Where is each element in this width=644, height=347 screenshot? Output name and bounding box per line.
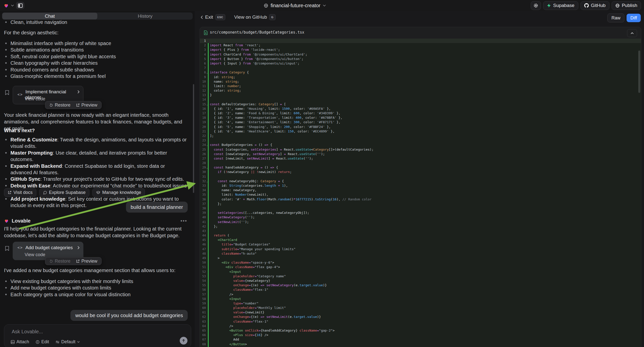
- visit-docs-button[interactable]: Visit docs: [4, 188, 36, 197]
- line-number: 63: [200, 319, 206, 324]
- github-button[interactable]: GitHub: [580, 1, 610, 10]
- line-number: 14: [200, 97, 206, 102]
- code-line: 1: [200, 38, 641, 43]
- prompt-input[interactable]: Ask Lovable... Attach Edit Default: [4, 324, 191, 347]
- list-item: Refine & Customize: Tweak the design, an…: [4, 136, 187, 150]
- line-number: 7: [200, 66, 206, 70]
- chat-history-tabs: Chat History: [2, 12, 193, 20]
- line-number: 27: [200, 156, 206, 161]
- line-number: 10: [200, 80, 206, 84]
- image-icon: [11, 340, 15, 344]
- line-number: 33: [200, 184, 206, 188]
- code-line: 64 />: [200, 324, 641, 328]
- model-selector[interactable]: Default: [56, 339, 80, 344]
- code-line: 46 title="Budget Categories": [200, 242, 641, 247]
- chat-scrollbar[interactable]: [193, 84, 194, 193]
- code-line: 59 type="number": [200, 301, 641, 306]
- restore-button-disabled[interactable]: Restore: [49, 259, 70, 264]
- code-line: 16 { id: '1', name: 'Housing', limit: 15…: [200, 106, 641, 111]
- project-switcher[interactable]: financial-future-creator: [264, 0, 326, 11]
- code-scrollbar[interactable]: [638, 50, 640, 93]
- code-line: 65 <Button onClick={handleAddCategory} c…: [200, 328, 641, 333]
- design-bullet-list: Minimalist interface with plenty of whit…: [4, 40, 187, 80]
- list-item: Clean typography with clear hierarchies: [4, 60, 187, 66]
- line-number: 8: [200, 70, 206, 75]
- code-line: 3import { Plus } from 'lucide-react';: [200, 48, 641, 52]
- arrow-up-icon: [182, 339, 185, 342]
- exit-button[interactable]: Exit ESC: [201, 14, 225, 20]
- publish-button[interactable]: Publish: [612, 1, 641, 10]
- code-line: 24⌄const BudgetCategories = () => {: [200, 143, 641, 147]
- send-button[interactable]: [180, 337, 188, 344]
- line-number: 40: [200, 215, 206, 220]
- line-number: 32: [200, 179, 206, 184]
- preview-button[interactable]: Preview: [76, 259, 97, 264]
- design-intro-text: For the design aesthetic:: [4, 29, 187, 36]
- code-line: 38: [200, 206, 641, 210]
- line-number: 43: [200, 229, 206, 233]
- view-on-github-button[interactable]: View on GitHub G: [234, 14, 276, 20]
- code-line: 18 { id: '3', name: 'Transportation', li…: [200, 116, 641, 120]
- code-line: 41 setNewLimit('');: [200, 220, 641, 224]
- code-line: 20 { id: '5', name: 'Shopping', limit: 2…: [200, 125, 641, 129]
- code-line: 34 name: newCategory,: [200, 188, 641, 192]
- file-path: src/components/budget/BudgetCategories.t…: [210, 30, 304, 34]
- diff-toggle-button[interactable]: Diff: [626, 14, 641, 22]
- line-number: 18: [200, 116, 206, 120]
- user-message: would be cool if you could add budget ca…: [70, 310, 188, 321]
- list-item: Clean, intuitive navigation: [4, 19, 187, 26]
- fold-chevron-icon[interactable]: ⌄: [206, 179, 208, 184]
- settings-button[interactable]: [531, 1, 541, 10]
- code-line: 58 <Input: [200, 297, 641, 301]
- list-item: GitHub Sync: Transfer your project's cod…: [4, 176, 187, 182]
- code-line: 2import React from 'react';: [200, 43, 641, 48]
- line-number: 6: [200, 61, 206, 66]
- list-item: Soft, neutral color palette with light b…: [4, 53, 187, 60]
- manage-knowledge-button[interactable]: Manage knowledge: [92, 188, 145, 197]
- code-line: 33 id: String(categories.length + 1),: [200, 184, 641, 188]
- file-header[interactable]: src/components/budget/BudgetCategories.t…: [200, 27, 641, 39]
- list-item: Expand with Backend: Connect Supabase to…: [4, 163, 187, 176]
- code-line: 68 </Button>: [200, 342, 641, 346]
- assistant-name: Lovable: [12, 218, 30, 224]
- bookmark-icon[interactable]: [5, 246, 9, 251]
- code-editor[interactable]: 12import React from 'react';3import { Pl…: [200, 38, 641, 347]
- message-menu-button[interactable]: •••: [180, 218, 187, 224]
- project-name: financial-future-creator: [270, 3, 320, 8]
- supabase-button[interactable]: Supabase: [543, 1, 578, 10]
- view-code-link[interactable]: View code: [25, 252, 45, 258]
- fold-chevron-icon[interactable]: ⌄: [206, 143, 208, 147]
- code-line: 62 onChange={(e) => setNewLimit(e.target…: [200, 315, 641, 319]
- sidebar-toggle-button[interactable]: [16, 2, 24, 9]
- tab-history[interactable]: History: [98, 12, 193, 20]
- edit-mode-button[interactable]: Edit: [36, 339, 49, 344]
- line-number: 9: [200, 75, 206, 80]
- line-number: 68: [200, 342, 206, 346]
- view-code-link[interactable]: View code: [25, 96, 45, 102]
- line-number: 37: [200, 202, 206, 206]
- line-number: 53: [200, 274, 206, 278]
- raw-toggle-button[interactable]: Raw: [608, 14, 624, 22]
- code-icon: <>: [18, 92, 23, 97]
- collapse-file-button[interactable]: [627, 29, 637, 37]
- preview-button[interactable]: Preview: [76, 102, 97, 108]
- logo-chevron-down-icon[interactable]: [11, 4, 14, 6]
- fold-chevron-icon[interactable]: ⌄: [206, 166, 208, 170]
- line-number: 2: [200, 43, 206, 48]
- line-number: 47: [200, 247, 206, 252]
- fold-chevron-icon[interactable]: ⌄: [206, 70, 208, 75]
- restore-button[interactable]: Restore: [49, 102, 70, 108]
- line-number: 67: [200, 337, 206, 342]
- lovable-logo-heart-icon[interactable]: [4, 3, 9, 8]
- bookmark-icon[interactable]: [5, 90, 9, 95]
- line-number: 60: [200, 306, 206, 310]
- prompt-placeholder: Ask Lovable...: [12, 329, 43, 334]
- tab-chat[interactable]: Chat: [2, 13, 97, 20]
- attach-button[interactable]: Attach: [11, 339, 29, 344]
- code-line: 57 />: [200, 292, 641, 297]
- line-number: 19: [200, 120, 206, 124]
- explore-supabase-button[interactable]: Explore Supabase: [39, 188, 89, 197]
- code-line: 53 placeholder="Category name": [200, 274, 641, 278]
- code-line: 54 value={newCategory}: [200, 278, 641, 283]
- fold-chevron-icon[interactable]: ⌄: [206, 102, 208, 107]
